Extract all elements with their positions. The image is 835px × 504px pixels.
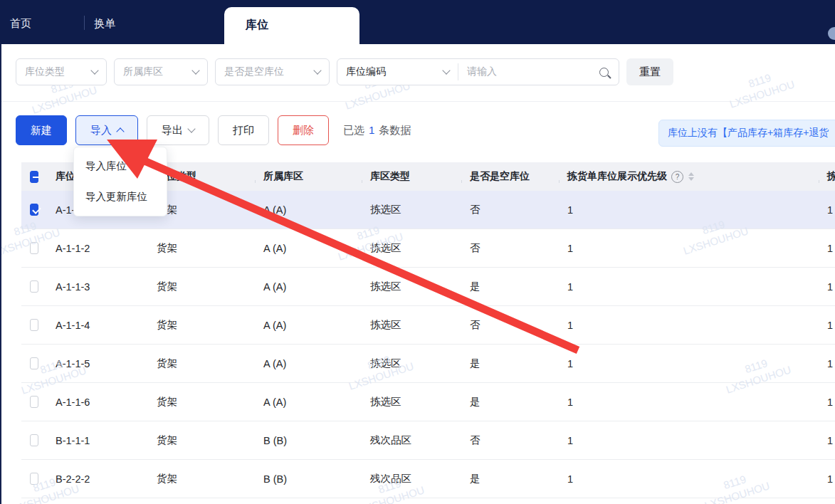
cell-area: A (A): [255, 204, 362, 216]
menu-item-import-update-locations[interactable]: 导入更新库位: [74, 182, 167, 212]
chevron-down-icon: [187, 125, 195, 132]
row-checkbox[interactable]: [30, 357, 38, 369]
tab-location-active[interactable]: 库位: [224, 7, 359, 44]
cell-area-type: 拣选区: [362, 280, 461, 293]
table-row[interactable]: A-1-1-6 货架 A (A) 拣选区 是 1 1: [21, 383, 835, 421]
chevron-down-icon: [90, 66, 98, 74]
chevron-down-icon: [442, 66, 450, 74]
tab-home[interactable]: 首页: [10, 17, 31, 31]
header-is-empty[interactable]: 是否是空库位: [461, 170, 559, 183]
cell-priority: 1: [559, 435, 819, 446]
search-field-select[interactable]: 库位编码: [337, 65, 458, 78]
toolbar: 新建 导入 导出 打印 删除 已选 1 条数据: [16, 115, 411, 145]
selected-count: 1: [369, 124, 374, 137]
header-area[interactable]: 所属库区: [255, 170, 362, 183]
cell-is-empty: 否: [461, 318, 559, 332]
cell-area: B (B): [255, 473, 362, 485]
help-icon[interactable]: ?: [671, 171, 683, 183]
cell-last: 1: [819, 473, 835, 485]
cell-area-type: 残次品区: [362, 434, 461, 447]
selected-prefix: 已选: [343, 124, 364, 137]
header-priority[interactable]: 拣货单库位展示优先级 ?: [559, 170, 819, 183]
search-group: 库位编码 请输入: [337, 58, 619, 85]
cell-last: 1: [819, 435, 835, 446]
cell-area-type: 拣选区: [362, 241, 461, 255]
cell-type: 货架: [148, 241, 255, 255]
cell-area: B (B): [255, 435, 362, 446]
cell-is-empty: 是: [461, 472, 559, 485]
filter-bar: 库位类型 所属库区 是否是空库位 库位编码 请输入 重置: [16, 58, 673, 85]
cell-area: A (A): [255, 320, 362, 331]
cell-area-type: 拣选区: [362, 395, 461, 409]
cell-is-empty: 是: [461, 280, 559, 293]
cell-priority: 1: [559, 243, 819, 254]
cell-code: A-1-1-5: [47, 358, 148, 369]
cell-type: 货架: [148, 395, 255, 409]
table-row[interactable]: B-1-1-1 货架 B (B) 残次品区 否 1 1: [21, 421, 835, 460]
row-checkbox[interactable]: [30, 204, 38, 216]
export-button[interactable]: 导出: [147, 115, 209, 145]
section-divider: [0, 101, 835, 102]
warehouse-area-select[interactable]: 所属库区: [114, 58, 208, 85]
table-row[interactable]: B-2-2-2 货架 B (B) 残次品区 是 1 1: [21, 460, 835, 498]
cell-area-type: 拣选区: [362, 357, 461, 370]
cell-code: A-1-1-4: [47, 320, 148, 331]
location-type-select[interactable]: 库位类型: [16, 58, 107, 85]
search-input[interactable]: 请输入: [458, 65, 619, 78]
cell-priority: 1: [559, 320, 819, 331]
cell-area-type: 拣选区: [362, 318, 461, 332]
cell-type: 货架: [148, 472, 255, 485]
sort-icon[interactable]: [688, 172, 694, 181]
avatar[interactable]: [828, 27, 835, 40]
cell-type: 货架: [148, 357, 255, 370]
cell-type: 货架: [148, 280, 255, 293]
cell-is-empty: 否: [461, 241, 559, 255]
menu-item-import-locations[interactable]: 导入库位: [74, 151, 167, 182]
table-row[interactable]: A-1-1-5 货架 A (A) 拣选区 是 1 1: [21, 345, 835, 383]
table-row[interactable]: A-1-1-2 货架 A (A) 拣选区 否 1 1: [21, 229, 835, 268]
search-icon[interactable]: [599, 68, 609, 77]
cell-is-empty: 否: [461, 203, 559, 216]
cell-last: 1: [819, 281, 835, 293]
cell-code: A-1-1-3: [47, 281, 148, 293]
header-area-type[interactable]: 库区类型: [362, 170, 461, 183]
selected-suffix: 条数据: [379, 124, 411, 137]
cell-area-type: 残次品区: [362, 472, 461, 485]
warehouse-area-placeholder: 所属库区: [123, 65, 163, 78]
row-checkbox[interactable]: [30, 319, 38, 331]
watermark: 8119LXSHOUHOU: [723, 64, 796, 111]
cell-priority: 1: [559, 397, 819, 408]
cell-code: A-1-1-2: [47, 243, 148, 254]
tab-swap-order[interactable]: 换单: [94, 17, 115, 31]
cell-priority: 1: [559, 281, 819, 293]
row-checkbox[interactable]: [30, 473, 38, 485]
row-checkbox[interactable]: [30, 396, 38, 408]
chevron-up-icon: [116, 127, 124, 135]
tab-divider: [84, 16, 85, 30]
import-button[interactable]: 导入: [75, 115, 138, 145]
select-all-checkbox[interactable]: [30, 171, 38, 183]
row-checkbox[interactable]: [30, 280, 38, 293]
cell-area: A (A): [255, 397, 362, 408]
selected-info: 已选 1 条数据: [343, 124, 411, 137]
window-left-edge: [0, 44, 1, 504]
cell-code: B-2-2-2: [47, 473, 148, 485]
reset-button[interactable]: 重置: [626, 58, 673, 85]
row-checkbox[interactable]: [30, 242, 38, 254]
import-dropdown-menu: 导入库位 导入更新库位: [73, 147, 167, 216]
is-empty-select[interactable]: 是否是空库位: [215, 58, 330, 85]
cell-priority: 1: [559, 358, 819, 369]
row-checkbox[interactable]: [30, 434, 38, 446]
cell-area: A (A): [255, 358, 362, 369]
cell-code: B-1-1-1: [47, 435, 148, 446]
print-button[interactable]: 打印: [218, 115, 269, 145]
table-row[interactable]: A-1-1-3 货架 A (A) 拣选区 是 1 1: [21, 268, 835, 306]
cell-area-type: 拣选区: [362, 203, 461, 216]
cell-last: 1: [819, 320, 835, 331]
delete-button[interactable]: 删除: [278, 115, 329, 145]
new-button[interactable]: 新建: [16, 115, 67, 145]
cell-area: A (A): [255, 243, 362, 254]
table-row[interactable]: A-1-1-4 货架 A (A) 拣选区 否 1 1: [21, 306, 835, 345]
chevron-down-icon: [313, 66, 321, 74]
header-last[interactable]: 拣: [819, 170, 835, 183]
